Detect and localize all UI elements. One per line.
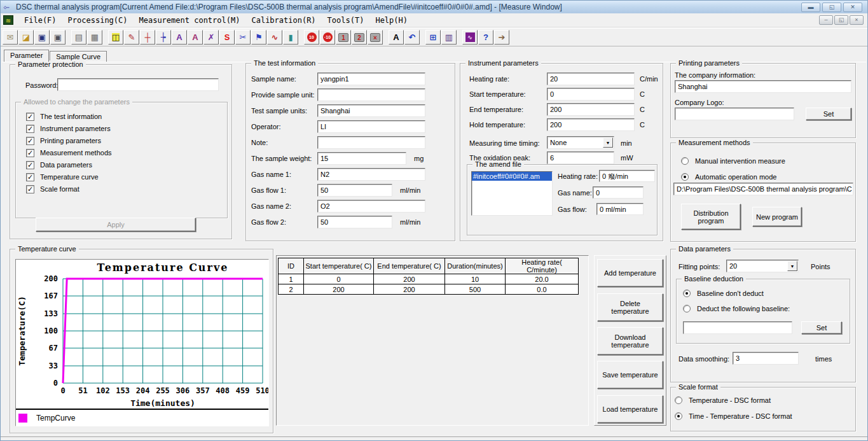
checkbox-the-test-information[interactable]: ✓	[26, 113, 34, 121]
font-move-icon[interactable]: A	[188, 30, 203, 45]
checkbox-label: Temperature curve	[40, 173, 99, 181]
program-path-input[interactable]: D:\Program Files\DSC-500B thermal analys…	[673, 183, 853, 195]
save-temperature-button[interactable]: Save temperature	[597, 361, 663, 389]
menu-help-h[interactable]: Help(H)	[369, 15, 413, 26]
valve-1-icon[interactable]: 1	[336, 30, 351, 45]
menu-processing-c[interactable]: Processing(C)	[62, 15, 134, 26]
chevron-down-icon[interactable]: ▼	[603, 137, 613, 148]
menu-file-f[interactable]: File(F)	[18, 15, 62, 26]
data-smoothing-input[interactable]: 3	[733, 352, 799, 365]
print-preview-icon[interactable]: ▤	[71, 30, 86, 45]
note-input[interactable]	[317, 136, 425, 149]
gas-flow-1-input[interactable]: 50	[317, 184, 392, 197]
download-temperature-button[interactable]: Download temperature	[597, 327, 663, 355]
measurement-mode-radio-automatic-operation-mode[interactable]	[681, 173, 689, 181]
pan-tool-icon[interactable]: ◫	[108, 30, 123, 45]
mdi-document-icon[interactable]: ≋	[3, 15, 13, 25]
scale-format-radio-temperature-dsc-format[interactable]	[675, 396, 682, 404]
histogram-icon[interactable]: ▥	[441, 30, 457, 45]
print-icon[interactable]: ▦	[87, 30, 102, 45]
tab-parameter[interactable]: Parameter	[4, 50, 49, 62]
mdi-minimize-button[interactable]: –	[819, 15, 833, 25]
checkbox-measurement-methods[interactable]: ✓	[26, 149, 34, 157]
delete-temperature-button[interactable]: Delete temperature	[597, 293, 663, 321]
start-temperature-input[interactable]: 0	[547, 88, 635, 101]
provide-sample-unit-input[interactable]	[317, 88, 425, 101]
baseline-input[interactable]	[683, 321, 792, 334]
font-zoom-icon[interactable]: A	[172, 30, 187, 45]
stop-measure-icon[interactable]: ·10	[320, 30, 335, 45]
table-row[interactable]: 102001020.0	[279, 274, 579, 284]
baseline-radio-baseline-don-t-deduct[interactable]	[683, 290, 691, 297]
exit-icon[interactable]: ➔	[494, 30, 509, 45]
axis-red-icon[interactable]: ┼	[140, 30, 155, 45]
baseline-set-button[interactable]: Set	[801, 321, 842, 334]
save-icon[interactable]: ▣	[34, 30, 50, 45]
heating-rate-input[interactable]: 20	[547, 73, 635, 85]
baseline-icon[interactable]: ∿	[267, 30, 282, 45]
fitting-points-select[interactable]: 20 ▼	[726, 260, 799, 272]
end-temperature-input[interactable]: 200	[547, 103, 635, 116]
oxidation-peak-input[interactable]: 6	[547, 151, 614, 164]
sample-name-input[interactable]: yangpin1	[317, 73, 425, 85]
baseline-radio-deduct-the-following-baseline[interactable]	[683, 305, 691, 312]
measuring-time-select[interactable]: None ▼	[547, 136, 614, 149]
password-input[interactable]	[57, 78, 219, 91]
menu-tools-t[interactable]: Tools(T)	[322, 15, 370, 26]
load-temperature-button[interactable]: Load temperature	[597, 395, 663, 423]
curve-x-icon[interactable]: ✗	[203, 30, 219, 45]
menu-measurement-control-m[interactable]: Measurement control(M)	[134, 15, 246, 26]
menu-calibration-r[interactable]: Calibration(R)	[245, 15, 321, 26]
axis-scale-icon[interactable]: ┾	[156, 30, 171, 45]
operator-input[interactable]: LI	[317, 120, 425, 133]
new-icon[interactable]: ✉	[3, 30, 18, 45]
close-button[interactable]: ✕	[843, 3, 862, 12]
annotate-pencil-icon[interactable]: ✎	[124, 30, 139, 45]
amend-gas-name-input[interactable]: 0	[593, 186, 644, 199]
mdi-close-button[interactable]: ×	[850, 15, 864, 25]
gas-flow-2-input[interactable]: 50	[317, 216, 392, 228]
company-logo-input[interactable]	[675, 108, 794, 120]
scale-format-radio-time-temperature-dsc-format[interactable]	[675, 412, 682, 420]
chevron-down-icon[interactable]: ▼	[787, 261, 797, 271]
amend-file-listbox[interactable]: #initcoeff#0#0#0#.am	[471, 171, 553, 216]
red-s-curve-icon[interactable]: S	[219, 30, 235, 45]
hold-temperature-input[interactable]: 200	[547, 118, 635, 131]
save-as-icon[interactable]: ▣	[50, 30, 65, 45]
company-info-input[interactable]: Shanghai	[675, 80, 851, 93]
undo-icon[interactable]: ↶	[404, 30, 420, 45]
apply-button[interactable]: Apply	[36, 218, 196, 232]
gas-name-1-input[interactable]: N2	[317, 168, 425, 181]
open-icon[interactable]: ◪	[18, 30, 34, 45]
valve-x-icon[interactable]: ×	[368, 30, 383, 45]
checkbox-temperature-curve[interactable]: ✓	[26, 173, 34, 181]
help-icon[interactable]: ?	[478, 30, 493, 45]
add-temperature-button[interactable]: Add temperature	[597, 259, 663, 287]
checkbox-instrument-parameters[interactable]: ✓	[26, 125, 34, 133]
start-measure-icon[interactable]: 10	[304, 30, 319, 45]
amend-gas-flow-input[interactable]: 0 ml/min	[596, 203, 644, 215]
distribution-program-button[interactable]: Distribution program	[681, 204, 741, 230]
cut-curve-icon[interactable]: ✂	[235, 30, 251, 45]
amend-file-item[interactable]: #initcoeff#0#0#0#.am	[472, 172, 552, 181]
restore-button[interactable]: ◱	[822, 3, 841, 12]
tile-windows-icon[interactable]: ⊞	[425, 30, 441, 45]
checkbox-scale-format[interactable]: ✓	[26, 185, 34, 193]
flag-marker-icon[interactable]: ⚑	[251, 30, 266, 45]
report-curve-icon[interactable]: ∿	[462, 30, 478, 45]
valve-2-icon[interactable]: 2	[352, 30, 367, 45]
minimize-button[interactable]: ▬	[801, 3, 820, 12]
logo-set-button[interactable]: Set	[806, 108, 851, 120]
amend-heating-rate-input[interactable]: 0 癈/min	[599, 170, 655, 182]
text-label-icon[interactable]: A	[389, 30, 404, 45]
new-program-button[interactable]: New program	[752, 207, 802, 227]
mdi-restore-button[interactable]: ◱	[834, 15, 848, 25]
gas-name-2-input[interactable]: O2	[317, 200, 425, 213]
the-sample-weight-input[interactable]: 15	[317, 152, 406, 165]
measurement-mode-radio-manual-intervention-measure[interactable]	[681, 157, 689, 165]
checkbox-printing-parameters[interactable]: ✓	[26, 137, 34, 145]
column-icon[interactable]: ▮	[283, 30, 298, 45]
table-row[interactable]: 22002005000.0	[279, 284, 579, 295]
checkbox-data-parameters[interactable]: ✓	[26, 161, 34, 169]
test-sample-units-input[interactable]: Shanghai	[317, 104, 425, 117]
